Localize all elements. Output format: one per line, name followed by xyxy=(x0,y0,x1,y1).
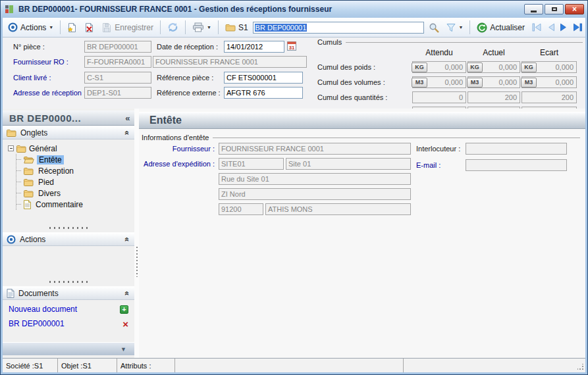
interlocuteur-label: Interlocuteur : xyxy=(416,145,460,153)
open-folder-icon xyxy=(24,156,34,164)
poids-ecart: KG0,000 xyxy=(521,61,577,73)
unit-kg-button[interactable]: KG xyxy=(412,63,427,72)
new-document-link[interactable]: Nouveau document + xyxy=(3,302,134,316)
poids-actuel: KG0,000 xyxy=(468,61,520,73)
code-postal-field: 91200 xyxy=(219,203,263,215)
section-drag-handle[interactable] xyxy=(49,281,88,283)
refresh-icon xyxy=(167,22,178,32)
client-livre-label: Client livré : xyxy=(13,74,51,82)
new-record-button[interactable] xyxy=(65,21,80,34)
fournisseur-code-field: F-FOURFRA0001 xyxy=(84,56,151,68)
reference-piece-field[interactable]: CF ETS000001 xyxy=(224,72,303,84)
section-drag-handle[interactable] xyxy=(49,227,88,229)
date-field[interactable]: 14/01/2012 xyxy=(224,41,284,53)
collapse-section-icon[interactable]: » xyxy=(122,237,132,241)
onglets-section-header[interactable]: Onglets » xyxy=(3,126,134,139)
nav-prev-button[interactable] xyxy=(547,23,555,32)
close-button[interactable]: × xyxy=(565,4,584,14)
quantites-ecart: 200 xyxy=(521,91,577,103)
save-icon xyxy=(101,22,112,33)
documents-section-header[interactable]: Documents » xyxy=(3,286,134,300)
refresh-data-button[interactable]: Actualiser xyxy=(474,21,527,34)
email-field xyxy=(466,159,567,171)
status-empty xyxy=(175,359,404,372)
tree-node-general[interactable]: Général xyxy=(8,143,134,154)
client-field: C-S1 xyxy=(84,72,151,84)
group-title: Informations d'entête xyxy=(142,134,209,141)
adresse-line1-field: Rue du Site 01 xyxy=(219,173,411,185)
collapse-section-icon[interactable]: » xyxy=(122,291,132,295)
toolbar: Actions ▼ Enregistrer ▼ xyxy=(3,18,585,38)
search-icon xyxy=(429,22,439,33)
status-objet: Objet :S1 xyxy=(58,359,117,372)
email-label: E-mail : xyxy=(416,161,441,169)
document-icon xyxy=(24,200,31,209)
delete-record-button[interactable] xyxy=(82,21,97,34)
save-button[interactable]: Enregistrer xyxy=(99,21,156,34)
onglets-tree: Général Entête Réception P xyxy=(3,139,134,210)
status-societe: Société :S1 xyxy=(3,359,58,372)
caret-down-icon: ▼ xyxy=(458,25,463,30)
search-button[interactable] xyxy=(426,21,442,34)
refresh-button[interactable] xyxy=(165,21,181,34)
record-id-panel: N° pièce : BR DEP000001 Date de réceptio… xyxy=(3,38,585,109)
fournisseur-name-field: FOURNISSEUR FRANCE 0001 xyxy=(153,56,307,68)
nav-next-button[interactable] xyxy=(560,23,568,32)
calendar-icon[interactable]: 31 xyxy=(287,41,297,51)
nav-last-button[interactable] xyxy=(573,23,583,32)
col-attendu: Attendu xyxy=(412,48,466,57)
unit-m3-button[interactable]: M3 xyxy=(521,78,537,88)
reference-piece-label: Référence pièce : xyxy=(157,74,213,82)
tree-node-entete[interactable]: Entête xyxy=(16,154,134,165)
tree-node-divers[interactable]: Divers xyxy=(16,188,134,199)
actions-section-header[interactable]: Actions » xyxy=(3,232,134,246)
adresse-line2-field: ZI Nord xyxy=(219,188,411,200)
col-actuel: Actuel xyxy=(468,48,520,57)
poids-attendu: KG0,000 xyxy=(412,61,466,73)
panel-collapse-bar[interactable]: ▼ xyxy=(3,342,134,355)
maximize-button[interactable] xyxy=(545,4,564,14)
minimize-button[interactable] xyxy=(524,4,543,14)
reference-externe-field[interactable]: AFGTR 676 xyxy=(224,87,303,99)
chevron-down-icon: ▼ xyxy=(120,346,126,353)
sidebar-splitter[interactable] xyxy=(134,109,139,358)
row-volumes-label: Cumul des volumes : xyxy=(307,78,411,86)
unit-kg-button[interactable]: KG xyxy=(467,63,483,72)
delete-document-icon xyxy=(84,22,94,33)
search-input-value: BR DEP000001 xyxy=(255,24,307,32)
print-button[interactable]: ▼ xyxy=(190,21,214,34)
funnel-icon xyxy=(446,23,456,32)
record-search-input[interactable]: BR DEP000001 xyxy=(253,22,425,34)
app-icon xyxy=(4,4,14,14)
sidebar: BR DEP0000... « Onglets » Général xyxy=(3,109,134,358)
collapse-section-icon[interactable]: » xyxy=(122,130,132,135)
tree-node-reception[interactable]: Réception xyxy=(16,165,134,176)
application-window: BR DEP000001- FOURNISSEUR FRANCE 0001 - … xyxy=(0,0,588,375)
delete-document-button[interactable]: × xyxy=(122,320,128,328)
actions-button[interactable]: Actions ▼ xyxy=(5,21,56,34)
tree-node-pied[interactable]: Pied xyxy=(16,176,134,188)
volumes-ecart: M30,000 xyxy=(521,76,577,88)
row-quantites-label: Cumul des quantités : xyxy=(307,93,411,101)
nav-first-button[interactable] xyxy=(532,23,542,32)
fournisseur-ro-label: Fournisseur RO : xyxy=(13,58,68,66)
unit-m3-button[interactable]: M3 xyxy=(467,78,483,88)
date-label: Date de réception : xyxy=(157,43,218,51)
collapse-node-icon[interactable] xyxy=(8,145,14,151)
status-attributs: Attributs : xyxy=(117,359,175,372)
document-link[interactable]: BR DEP000001 × xyxy=(3,316,134,331)
site-button[interactable]: S1 xyxy=(223,22,251,34)
filter-button[interactable]: ▼ xyxy=(444,22,466,34)
onglets-title: Onglets xyxy=(20,128,47,138)
bullseye-icon xyxy=(8,22,18,32)
tree-node-commentaire[interactable]: Commentaire xyxy=(16,199,134,210)
folder-icon xyxy=(24,189,34,197)
quantites-actuel: 200 xyxy=(468,91,520,103)
unit-kg-button[interactable]: KG xyxy=(521,63,537,72)
resize-grip[interactable] xyxy=(577,364,584,370)
printer-icon xyxy=(192,22,204,32)
unit-m3-button[interactable]: M3 xyxy=(412,78,427,88)
sidebar-collapse-button[interactable]: « xyxy=(125,113,130,123)
add-document-button[interactable]: + xyxy=(120,305,128,314)
folder-icon xyxy=(16,145,26,153)
